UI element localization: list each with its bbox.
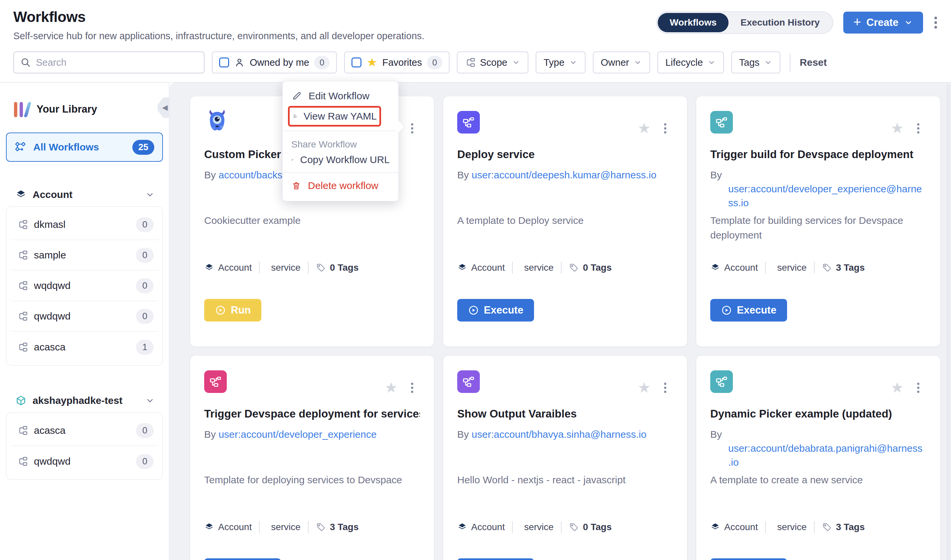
card-owner-line: By user:account/deepesh.kumar@harness.io bbox=[457, 168, 671, 182]
card-kebab-menu-icon[interactable] bbox=[916, 381, 921, 394]
cube-icon bbox=[15, 395, 26, 406]
execute-button[interactable]: Execute bbox=[710, 558, 787, 560]
hierarchy-icon bbox=[17, 425, 28, 436]
scrollbar[interactable] bbox=[946, 84, 950, 560]
card-type: service bbox=[777, 262, 807, 273]
monster-icon bbox=[204, 108, 231, 135]
card-title: Trigger build for Devspace deployment bbox=[710, 148, 926, 161]
tab-workflows[interactable]: Workflows bbox=[658, 13, 729, 32]
hierarchy-icon bbox=[17, 280, 28, 291]
library-sidebar: Your Library ◀ All Workflows 25 Account … bbox=[0, 83, 170, 560]
reset-filters-button[interactable]: Reset bbox=[800, 57, 827, 68]
sidebar-item-acasca[interactable]: acasca 1 bbox=[9, 332, 160, 362]
owner-dropdown[interactable]: Owner bbox=[593, 51, 650, 74]
hierarchy-icon bbox=[17, 219, 28, 230]
favorites-filter[interactable]: ★ Favorites 0 bbox=[344, 51, 449, 74]
scope-dropdown-label: Scope bbox=[480, 57, 507, 68]
card-kebab-menu-icon[interactable] bbox=[410, 381, 415, 394]
scope-dropdown[interactable]: Scope bbox=[457, 51, 528, 74]
owner-dropdown-label: Owner bbox=[601, 57, 629, 68]
sidebar-item-qwdqwd[interactable]: qwdqwd 0 bbox=[9, 301, 160, 332]
card-scope: Account bbox=[471, 262, 505, 273]
execute-button[interactable]: Execute bbox=[204, 558, 281, 560]
menu-item-view-raw-yaml[interactable]: View Raw YAML bbox=[290, 108, 380, 125]
card-scope: Account bbox=[724, 262, 758, 273]
lifecycle-dropdown[interactable]: Lifecycle bbox=[658, 51, 724, 74]
search-input[interactable] bbox=[36, 57, 198, 68]
owner-link[interactable]: user:account/debabrata.panigrahi@harness… bbox=[728, 443, 922, 468]
owner-link[interactable]: user:account/deepesh.kumar@harness.io bbox=[471, 169, 656, 180]
tags-dropdown[interactable]: Tags bbox=[731, 51, 780, 74]
favorite-star-icon[interactable]: ★ bbox=[638, 121, 651, 135]
share-workflow-section-label: Share Workflow bbox=[283, 135, 398, 151]
chevron-down-icon bbox=[145, 395, 155, 406]
workflow-type-icon bbox=[710, 370, 733, 393]
sidebar-group-akshayphadke-test[interactable]: akshayphadke-test bbox=[15, 395, 160, 406]
owner-link[interactable]: account/backs bbox=[218, 169, 282, 180]
layers-icon bbox=[457, 522, 467, 532]
pencil-icon bbox=[291, 91, 302, 101]
search-icon bbox=[20, 57, 31, 68]
sidebar-item-dkmasl[interactable]: dkmasl 0 bbox=[9, 209, 160, 240]
card-tags-count: 0 Tags bbox=[583, 262, 612, 273]
owned-by-me-checkbox[interactable] bbox=[219, 57, 229, 68]
type-dropdown[interactable]: Type bbox=[536, 51, 585, 74]
sidebar-item-label: dkmasl bbox=[34, 219, 65, 230]
sidebar-item-sample[interactable]: sample 0 bbox=[9, 240, 160, 271]
card-owner-line: By user:account/developer_experience@har… bbox=[710, 168, 924, 210]
sidebar-item-label: acasca bbox=[34, 342, 65, 353]
favorites-checkbox[interactable] bbox=[352, 57, 361, 68]
sidebar-item-qwdqwd-2[interactable]: qwdqwd 0 bbox=[9, 446, 160, 477]
sidebar-item-all-workflows[interactable]: All Workflows 25 bbox=[6, 132, 163, 162]
owner-link[interactable]: user:account/developer_experience@harnes… bbox=[728, 183, 922, 208]
by-label: By bbox=[204, 429, 216, 440]
sidebar-item-acasca-2[interactable]: acasca 0 bbox=[9, 415, 160, 446]
menu-item-copy-workflow-url[interactable]: Copy Workflow URL bbox=[283, 151, 398, 168]
tag-icon bbox=[569, 263, 579, 273]
card-footer: Account service 3 Tags bbox=[710, 262, 865, 274]
workflow-card-deploy-service: ★ Deploy service By user:account/deepesh… bbox=[443, 96, 687, 347]
chevron-down-icon bbox=[633, 58, 642, 67]
sidebar-item-label: qwdqwd bbox=[34, 311, 71, 322]
count-badge: 0 bbox=[136, 278, 154, 293]
execute-button[interactable]: Execute bbox=[710, 299, 787, 322]
create-button[interactable]: + Create bbox=[843, 12, 923, 34]
all-workflows-count-badge: 25 bbox=[132, 140, 154, 155]
favorite-star-icon[interactable]: ★ bbox=[891, 121, 904, 135]
card-kebab-menu-icon[interactable] bbox=[916, 122, 921, 135]
run-button[interactable]: Run bbox=[204, 299, 261, 322]
owner-link[interactable]: user:account/bhavya.sinha@harness.io bbox=[471, 429, 647, 440]
card-kebab-menu-icon[interactable] bbox=[410, 122, 415, 135]
sidebar-item-wqdqwd[interactable]: wqdqwd 0 bbox=[9, 271, 160, 301]
favorite-star-icon[interactable]: ★ bbox=[891, 380, 904, 395]
workflows-page: Workflows Self-service hub for new appli… bbox=[0, 0, 951, 560]
card-type: service bbox=[524, 522, 554, 532]
owned-by-me-filter[interactable]: Owned by me 0 bbox=[212, 51, 337, 74]
execute-button[interactable]: Execute bbox=[457, 299, 534, 322]
menu-divider bbox=[283, 172, 398, 173]
card-kebab-menu-icon[interactable] bbox=[663, 381, 668, 394]
execute-button-label: Execute bbox=[737, 304, 777, 316]
play-icon bbox=[721, 305, 732, 316]
workflow-type-icon bbox=[710, 111, 733, 134]
card-kebab-menu-icon[interactable] bbox=[663, 122, 668, 135]
count-badge: 0 bbox=[136, 423, 154, 438]
card-scope: Account bbox=[724, 522, 758, 532]
group-name: akshayphadke-test bbox=[32, 395, 122, 406]
favorite-star-icon[interactable]: ★ bbox=[385, 380, 398, 395]
favorites-count: 0 bbox=[427, 56, 442, 69]
menu-item-delete-workflow[interactable]: Delete workflow bbox=[283, 177, 398, 194]
execute-button[interactable]: Execute bbox=[457, 558, 534, 560]
menu-item-label: Edit Workflow bbox=[309, 90, 369, 102]
page-kebab-menu-icon[interactable] bbox=[933, 15, 939, 30]
count-badge: 0 bbox=[136, 309, 154, 324]
layers-icon bbox=[710, 263, 720, 273]
sidebar-group-account[interactable]: Account bbox=[15, 189, 160, 200]
owner-link[interactable]: user:account/developer_experience bbox=[218, 429, 377, 440]
chevron-down-icon bbox=[764, 58, 772, 67]
menu-item-edit-workflow[interactable]: Edit Workflow bbox=[283, 87, 398, 105]
tab-execution-history[interactable]: Execution History bbox=[729, 13, 832, 32]
card-tags-count: 3 Tags bbox=[330, 522, 359, 532]
favorite-star-icon[interactable]: ★ bbox=[638, 380, 651, 395]
star-icon: ★ bbox=[366, 57, 377, 68]
